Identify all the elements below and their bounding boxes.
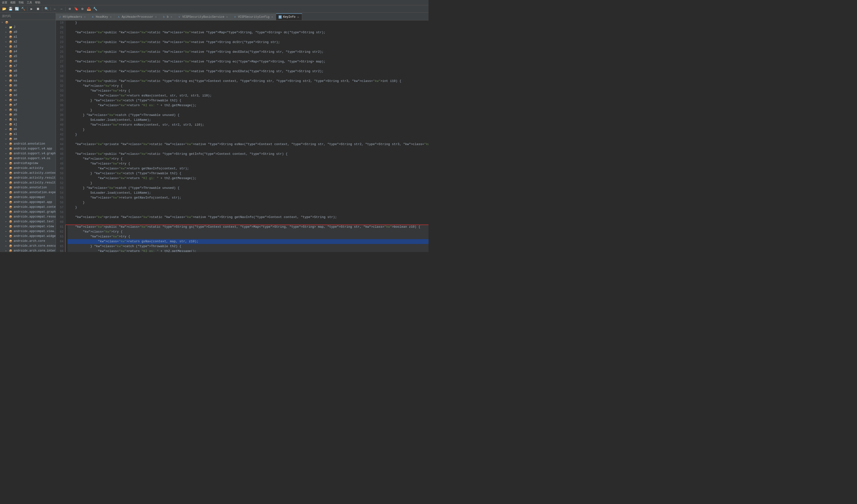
- tab-HeadKey[interactable]: K HeadKey ✕: [89, 13, 115, 20]
- sidebar-item-android.support.v4.graphic[interactable]: ▸ 📦 android.support.v4.graphic: [0, 151, 56, 156]
- sidebar-item-androidx.activity.contexta[interactable]: ▸ 📦 androidx.activity.contexta: [0, 171, 56, 175]
- sidebar-item-ag[interactable]: ▸ 📦 ag: [0, 107, 56, 112]
- sidebar-item-androidx.activity.result.c[interactable]: ▸ 📦 androidx.activity.result.c: [0, 180, 56, 185]
- code-line-59: "kw">class="kw">private "kw">class="kw">…: [68, 215, 428, 220]
- sidebar-item-am[interactable]: ▸ 📦 am: [0, 137, 56, 141]
- bookmark-button[interactable]: 🔖: [73, 6, 79, 12]
- forward-button[interactable]: →: [58, 6, 64, 12]
- sidebar-item-android.annotation[interactable]: ▸ 📦 android.annotation: [0, 141, 56, 146]
- sidebar-item-androidtagview[interactable]: ▸ 📦 androidtagview: [0, 161, 56, 166]
- sidebar-item-ab[interactable]: ▸ 📦 ab: [0, 83, 56, 88]
- sidebar-item-androidx.appcompat.app[interactable]: ▸ 📦 androidx.appcompat.app: [0, 200, 56, 205]
- item-icon: 📦: [9, 161, 13, 165]
- export-button[interactable]: 📤: [86, 6, 91, 12]
- line-number-42: 42: [58, 132, 64, 137]
- line-number-58: 58: [58, 210, 64, 215]
- sidebar-item-androidx.appcompat.content[interactable]: ▸ 📦 androidx.appcompat.content: [0, 205, 56, 209]
- item-arrow: ▸: [5, 40, 9, 43]
- sidebar-item-a4[interactable]: ▸ 📦 a4: [0, 49, 56, 54]
- sidebar-item-android.support.v4.app[interactable]: ▸ 📦 android.support.v4.app: [0, 146, 56, 151]
- tab-b[interactable]: b b ✕: [160, 13, 175, 20]
- tab-close-HttpHeaders[interactable]: ✕: [84, 15, 86, 18]
- sidebar-item-androidx.annotation.exper[interactable]: ▸ 📦 androidx.annotation.exper: [0, 190, 56, 195]
- sidebar-item-a7[interactable]: ▸ 📦 a7: [0, 64, 56, 69]
- tab-VCSPSecurityBasicService[interactable]: V VCSPSecurityBasicService ✕: [175, 13, 231, 20]
- settings-button[interactable]: 🔧: [93, 6, 98, 12]
- sidebar-item-ad[interactable]: ▸ 📦 ad: [0, 93, 56, 98]
- line-number-39: 39: [58, 118, 64, 122]
- line-number-60: 60: [58, 220, 64, 224]
- decompile-button[interactable]: ⚙: [80, 6, 85, 12]
- sidebar-item-ai[interactable]: ▸ 📦 ai: [0, 117, 56, 122]
- item-arrow: ▸: [5, 186, 9, 189]
- sidebar-item-J[interactable]: ▸ 📁 J: [0, 25, 56, 30]
- sidebar-root[interactable]: ▾ 📦: [0, 20, 56, 25]
- sidebar-item-a6[interactable]: ▸ 📦 a6: [0, 59, 56, 64]
- item-arrow: ▸: [5, 215, 9, 218]
- back-button[interactable]: ←: [52, 6, 57, 12]
- title-menu-tools[interactable]: 工具: [27, 1, 32, 4]
- line-number-28: 28: [58, 64, 64, 69]
- run-button[interactable]: ▶: [29, 6, 34, 12]
- sidebar-item-androidx.appcompat.graphic[interactable]: ▸ 📦 androidx.appcompat.graphic: [0, 209, 56, 214]
- stop-button[interactable]: ⏹: [35, 6, 40, 12]
- item-label: a9: [14, 74, 17, 78]
- sidebar-item-androidx.annotation[interactable]: ▸ 📦 androidx.annotation: [0, 185, 56, 190]
- item-icon: 📦: [9, 142, 13, 146]
- tab-close-b[interactable]: ✕: [170, 15, 173, 18]
- tab-close-ApiHeaderProcessor[interactable]: ✕: [155, 15, 157, 18]
- sidebar-tree: ▸ 📁 J▸ 📦 a0▸ 📦 a1▸ 📦 a2▸ 📦 a3▸ 📦 a4▸ 📦 a…: [0, 25, 56, 252]
- tab-close-VCSPSecurityConfig[interactable]: ✕: [271, 15, 274, 18]
- sidebar-item-a8[interactable]: ▸ 📦 a8: [0, 69, 56, 73]
- sidebar-item-androidx.activity.result[interactable]: ▸ 📦 androidx.activity.result: [0, 175, 56, 180]
- title-menu-settings[interactable]: 设置: [2, 1, 7, 4]
- sidebar-item-ah[interactable]: ▸ 📦 ah: [0, 112, 56, 117]
- sidebar-item-a9[interactable]: ▸ 📦 a9: [0, 73, 56, 78]
- tab-close-KeyInfo[interactable]: ✕: [297, 16, 299, 19]
- sidebar-item-ac[interactable]: ▸ 📦 ac: [0, 88, 56, 93]
- build-button[interactable]: 🔨: [20, 6, 26, 12]
- refresh-button[interactable]: 🔄: [14, 6, 19, 12]
- sidebar-item-ak[interactable]: ▸ 📦 ak: [0, 127, 56, 132]
- open-button[interactable]: 📂: [1, 6, 7, 12]
- sidebar-item-androidx.appcompat[interactable]: ▸ 📦 androidx.appcompat: [0, 195, 56, 200]
- sidebar-item-a5[interactable]: ▸ 📦 a5: [0, 54, 56, 59]
- sidebar-item-a1[interactable]: ▸ 📦 a1: [0, 34, 56, 39]
- tab-ApiHeaderProcessor[interactable]: A ApiHeaderProcessor ✕: [115, 13, 160, 20]
- title-menu-help[interactable]: 帮助: [35, 1, 40, 4]
- sidebar-item-android.support.v4.os[interactable]: ▸ 📦 android.support.v4.os: [0, 156, 56, 161]
- sidebar-item-a3[interactable]: ▸ 📦 a3: [0, 44, 56, 49]
- sidebar-item-androidx.arch.core.executo[interactable]: ▸ 📦 androidx.arch.core.executo: [0, 243, 56, 248]
- structure-button[interactable]: ⊞: [67, 6, 72, 12]
- title-menu-navigate[interactable]: 导航: [18, 1, 24, 4]
- sidebar-item-androidx.activity[interactable]: ▸ 📦 androidx.activity: [0, 166, 56, 171]
- sidebar-item-androidx.appcompat.resourc[interactable]: ▸ 📦 androidx.appcompat.resourc: [0, 214, 56, 219]
- sidebar-item-a2[interactable]: ▸ 📦 a2: [0, 39, 56, 44]
- save-button[interactable]: 💾: [8, 6, 13, 12]
- sidebar-item-al[interactable]: ▸ 📦 al: [0, 132, 56, 137]
- sidebar-item-aj[interactable]: ▸ 📦 aj: [0, 122, 56, 127]
- sidebar-item-androidx.appcompat.widget[interactable]: ▸ 📦 androidx.appcompat.widget: [0, 234, 56, 239]
- sidebar-item-af[interactable]: ▸ 📦 af: [0, 103, 56, 107]
- code-line-50: } "kw">class="kw">catch ("type">Throwabl…: [68, 171, 428, 176]
- sidebar-item-androidx.appcompat.view.me[interactable]: ▸ 📦 androidx.appcompat.view.me: [0, 229, 56, 234]
- tab-VCSPSecurityConfig[interactable]: V VCSPSecurityConfig ✕: [231, 13, 276, 20]
- item-arrow: ▸: [5, 74, 9, 77]
- tab-HttpHeaders[interactable]: J HttpHeaders ✕: [56, 13, 89, 20]
- tab-close-VCSPSecurityBasicService[interactable]: ✕: [226, 15, 229, 18]
- line-number-38: 38: [58, 113, 64, 118]
- main-area: 源代码 ▾ 📦 ▸ 📁 J▸ 📦 a0▸ 📦 a1▸ 📦 a2▸ 📦 a3▸ 📦…: [0, 13, 428, 252]
- sidebar-item-aa[interactable]: ▸ 📦 aa: [0, 78, 56, 83]
- title-menu-view[interactable]: 视图: [10, 1, 16, 4]
- tab-KeyInfo[interactable]: K KeyInfo ✕: [276, 13, 302, 20]
- line-number-50: 50: [58, 171, 64, 176]
- find-button[interactable]: 🔍: [44, 6, 49, 12]
- sidebar-item-androidx.arch.core[interactable]: ▸ 📦 androidx.arch.core: [0, 239, 56, 243]
- sidebar-item-androidx.appcompat.text[interactable]: ▸ 📦 androidx.appcompat.text: [0, 219, 56, 224]
- code-area[interactable]: 1920212223242526272829303132333435363738…: [56, 20, 428, 252]
- sidebar-item-ae[interactable]: ▸ 📦 ae: [0, 98, 56, 103]
- sidebar-item-androidx.appcompat.view[interactable]: ▸ 📦 androidx.appcompat.view: [0, 224, 56, 229]
- sidebar-item-androidx.arch.core.interna[interactable]: ▸ 📦 androidx.arch.core.interna: [0, 248, 56, 252]
- sidebar-item-a0[interactable]: ▸ 📦 a0: [0, 30, 56, 34]
- tab-close-HeadKey[interactable]: ✕: [110, 15, 112, 18]
